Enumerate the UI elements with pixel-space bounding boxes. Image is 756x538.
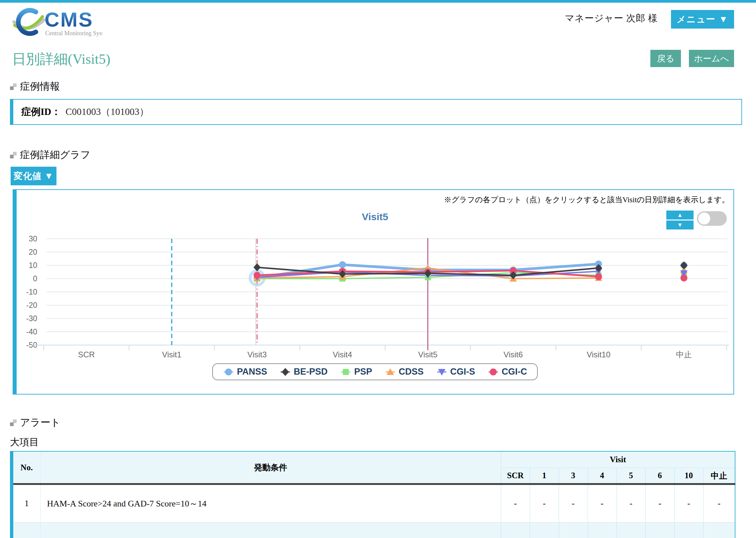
x-category-label: 中止: [676, 350, 692, 359]
alert-row-number: 1: [12, 484, 40, 522]
alert-section-heading: アラート: [10, 416, 60, 429]
logo-subtitle: Central Monitoring System: [45, 30, 102, 37]
alert-value-1: -: [530, 484, 559, 522]
alert-table: No. 発動条件 Visit SCR1345610中止 1HAM-A Score…: [10, 451, 735, 538]
x-category-label: Visit3: [247, 350, 267, 359]
chart-legend: PANSSBE-PSDPSPCDSSCGI-SCGI-C: [17, 363, 733, 380]
case-id-value: C001003（101003）: [65, 105, 149, 119]
alert-section-heading-label: アラート: [20, 416, 60, 429]
legend-item-CGI-S: CGI-S: [436, 367, 475, 377]
cms-logo: CMS Central Monitoring System: [9, 5, 102, 38]
chart-panel: ※グラフの各プロット（点）をクリックすると該当Visitの日別詳細を表示します。…: [13, 189, 734, 395]
toggle-knob: [698, 213, 710, 224]
value-type-dropdown[interactable]: 変化値 ▼: [11, 167, 56, 185]
x-category-label: Visit5: [418, 350, 437, 359]
alert-row-1: 1HAM-A Score>24 and GAD-7 Score=10～14---…: [12, 484, 735, 522]
top-accent-bar: [0, 0, 756, 3]
visit-col-header-10: 10: [674, 468, 703, 484]
logo-swoosh-icon: [14, 10, 44, 34]
legend-label: BE-PSD: [294, 367, 328, 377]
section-squares-icon: [10, 419, 17, 426]
logo-text: CMS: [45, 8, 93, 31]
visit-col-header-SCR: SCR: [501, 468, 530, 484]
page-title: 日別詳細(Visit5): [12, 50, 110, 68]
alert-value-4: -: [588, 522, 616, 538]
CGI-S-legend-marker-icon: [436, 368, 447, 376]
alert-value-中止: -: [703, 522, 735, 538]
visit-col-header-6: 6: [645, 468, 674, 484]
case-info-heading: 症例情報: [10, 80, 60, 93]
y-tick-label: 20: [29, 248, 37, 256]
PANSS-legend-marker-icon: [223, 368, 234, 376]
BE-PSD-point-中止[interactable]: [680, 261, 688, 269]
alert-condition: HAM-A Score=20～23 and GAD-7 Score>16: [40, 522, 501, 538]
scale-up-button[interactable]: ▲: [666, 211, 694, 220]
CDSS-legend-marker-icon: [385, 368, 396, 376]
visit-col-header-3: 3: [559, 468, 588, 484]
x-category-label: SCR: [78, 350, 95, 359]
CGI-C-legend-marker-icon: [488, 368, 499, 376]
legend-label: CGI-C: [502, 367, 527, 377]
legend-item-PSP: PSP: [340, 367, 372, 377]
alert-value-中止: -: [703, 484, 735, 522]
back-button[interactable]: 戻る: [650, 50, 681, 67]
legend-item-PANSS: PANSS: [223, 367, 267, 377]
legend-item-CDSS: CDSS: [385, 367, 424, 377]
legend-label: PSP: [354, 367, 372, 377]
alert-value-SCR: -: [501, 484, 530, 522]
visit-col-header-4: 4: [588, 468, 616, 484]
legend-label: PANSS: [237, 367, 267, 377]
scale-down-button[interactable]: ▼: [666, 221, 694, 229]
logged-in-user: マネージャー 次郎 様: [465, 12, 658, 25]
alert-value-3: -: [559, 484, 588, 522]
col-header-visit-group: Visit: [501, 451, 735, 468]
alert-value-4: -: [588, 484, 616, 522]
x-category-label: Visit10: [587, 350, 611, 359]
y-tick-label: 0: [33, 274, 37, 283]
menu-button[interactable]: メニュー ▼: [671, 10, 734, 29]
CGI-C-point-Visit3[interactable]: [254, 272, 261, 279]
y-tick-label: -20: [26, 301, 37, 310]
y-tick-label: 30: [29, 234, 37, 243]
PSP-legend-marker-icon: [340, 368, 351, 376]
chart-toggle-switch[interactable]: [697, 211, 727, 226]
y-tick-label: 10: [29, 261, 37, 270]
alert-row-number: 2: [12, 522, 40, 538]
x-category-label: Visit6: [504, 350, 523, 359]
alert-value-10: -: [674, 484, 703, 522]
alert-subsection-title: 大項目: [10, 436, 39, 449]
PANSS-point-Visit4[interactable]: [339, 261, 346, 268]
y-tick-label: -30: [26, 314, 37, 323]
case-info-heading-label: 症例情報: [20, 80, 60, 93]
legend-label: CGI-S: [450, 367, 475, 377]
case-id-label: 症例ID：: [21, 105, 61, 119]
BE-PSD-legend-marker-icon: [280, 368, 291, 376]
alert-value-5: -: [616, 484, 645, 522]
chart-title: Visit5: [17, 211, 733, 223]
graph-section-heading: 症例詳細グラフ: [10, 148, 90, 162]
col-header-no: No.: [12, 451, 40, 484]
line-chart: 3020100-10-20-30-40-50SCRVisit1Visit3Vis…: [17, 233, 733, 366]
col-header-condition: 発動条件: [40, 451, 501, 484]
alert-value-1: -: [530, 522, 559, 538]
y-tick-label: -10: [26, 288, 37, 296]
legend-item-BE-PSD: BE-PSD: [280, 367, 328, 377]
x-category-label: Visit1: [162, 350, 181, 359]
CGI-C-point-Visit10[interactable]: [595, 273, 602, 280]
home-button[interactable]: ホームへ: [689, 50, 734, 67]
scale-stepper: ▲ ▼: [666, 211, 694, 229]
visit-col-header-中止: 中止: [703, 468, 735, 484]
case-id-box: 症例ID： C001003（101003）: [10, 99, 742, 125]
alert-value-SCR: -: [501, 522, 530, 538]
alert-condition: HAM-A Score>24 and GAD-7 Score=10～14: [40, 484, 501, 522]
alert-row-2: 2HAM-A Score=20～23 and GAD-7 Score>16---…: [12, 522, 735, 538]
legend-item-CGI-C: CGI-C: [488, 367, 527, 377]
graph-section-heading-label: 症例詳細グラフ: [20, 148, 90, 162]
alert-value-6: -: [645, 522, 674, 538]
CGI-C-point-中止[interactable]: [681, 275, 688, 282]
alert-value-3: -: [559, 522, 588, 538]
y-tick-label: -40: [26, 327, 37, 336]
section-squares-icon: [10, 152, 17, 158]
chart-note: ※グラフの各プロット（点）をクリックすると該当Visitの日別詳細を表示します。: [444, 195, 729, 205]
alert-value-6: -: [645, 484, 674, 522]
